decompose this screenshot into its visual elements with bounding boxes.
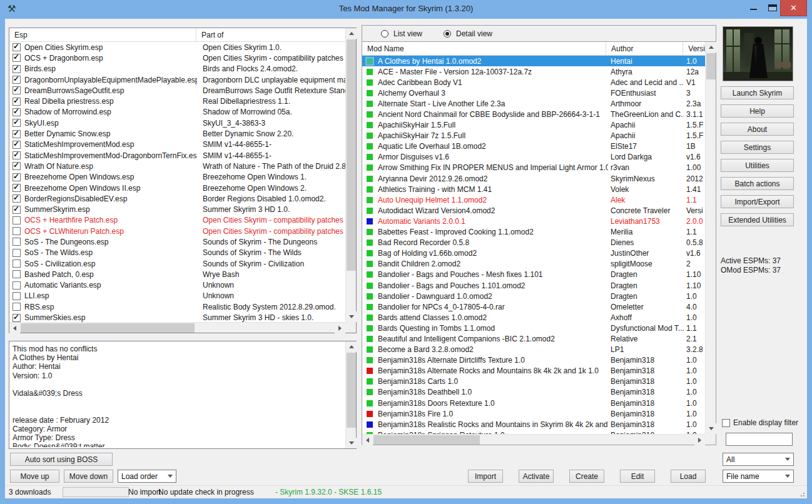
esp-row[interactable]: Automatic Variants.esp Unknown <box>9 280 345 291</box>
esp-hscroll-thumb[interactable] <box>21 323 195 333</box>
esp-checkbox[interactable] <box>13 162 21 170</box>
mod-row[interactable]: Adec Caribbean Body V1 Adec and Lecid an… <box>362 77 705 88</box>
resize-grip[interactable] <box>798 490 804 496</box>
esp-checkbox[interactable] <box>13 270 21 278</box>
esp-row[interactable]: SoS - Civilization.esp Sounds of Skyrim … <box>9 258 345 269</box>
author-column-header[interactable]: Author <box>606 42 683 55</box>
help-button[interactable]: Help <box>721 104 794 118</box>
mod-row[interactable]: Auto Unequip Helmet 1.1.omod2 Alek 1.1 <box>362 194 705 205</box>
esp-checkbox[interactable] <box>13 303 21 311</box>
mod-row[interactable]: Benjamin318s Spriggan Retexture 1.0 Benj… <box>362 430 705 434</box>
mod-row[interactable]: Bad Record Recorder 0.5.8 Dienes 0.5.8 <box>362 238 705 248</box>
esp-row[interactable]: OCS + CLWhiterun Patch.esp Open Cities S… <box>9 226 345 236</box>
esp-row[interactable]: Breezehome Open Windows II.esp Breezehom… <box>9 183 345 193</box>
esp-checkbox[interactable] <box>13 249 21 257</box>
esp-row[interactable]: SummerSkyrim.esp Summer Skyrim 3 HD 1.0. <box>9 204 345 214</box>
mod-row[interactable]: Alternate Start - Live Another Life 2.3a… <box>362 98 705 109</box>
import-button[interactable]: Import <box>468 470 503 483</box>
esp-checkbox[interactable] <box>13 76 21 84</box>
mod-row[interactable]: Bandolier - Bags and Pouches - Mesh fixe… <box>362 270 705 280</box>
mod-row[interactable]: Benjamin318s Deathbell 1.0 Benjamin318 1… <box>362 387 705 398</box>
esp-checkbox[interactable] <box>13 173 21 181</box>
load-button[interactable]: Load <box>671 470 706 483</box>
esp-row[interactable]: BorderRegionsDisabledEV.esp Border Regio… <box>9 193 345 204</box>
mod-row[interactable]: Bards Questing in Tombs 1.1.omod Dysfunc… <box>362 323 705 333</box>
esp-checkbox[interactable] <box>13 151 21 159</box>
version-column-header[interactable]: Versi <box>683 42 705 55</box>
mod-row[interactable]: Bandolier - Dawnguard 1.0.omod2 Dragten … <box>362 291 705 301</box>
esp-row[interactable]: Shadow of Morrowind.esp Shadow of Morrow… <box>9 107 345 118</box>
mod-row[interactable]: Benjamin318s Carts 1.0 Benjamin318 1.0 <box>362 376 705 387</box>
esp-row[interactable]: SummerSkies.esp Summer Skyrim 3 HD - ski… <box>9 312 345 322</box>
esp-checkbox[interactable] <box>13 281 21 290</box>
mod-vertical-scrollbar[interactable] <box>705 42 716 434</box>
esp-row[interactable]: Bashed Patch, 0.esp Wrye Bash <box>9 269 345 280</box>
esp-checkbox[interactable] <box>13 86 21 94</box>
esp-checkbox[interactable] <box>13 314 21 322</box>
minimize-button[interactable] <box>744 0 762 15</box>
esp-checkbox[interactable] <box>13 206 21 214</box>
activate-button[interactable]: Activate <box>519 470 554 483</box>
esp-row[interactable]: Open Cities Skyrim.esp Open Cities Skyri… <box>9 42 345 53</box>
esp-checkbox[interactable] <box>13 141 21 149</box>
esp-row[interactable]: StaticMeshImprovementMod-DragonbornTernF… <box>9 150 345 161</box>
batch-actions-button[interactable]: Batch actions <box>721 177 794 190</box>
mod-row[interactable]: Bag of Holding v1.66b.omod2 JustinOther … <box>362 248 705 259</box>
mod-horizontal-scrollbar[interactable] <box>362 434 705 445</box>
esp-row[interactable]: Wrath Of Nature.esp Wrath of Nature - Th… <box>9 161 345 171</box>
auto-sort-boss-button[interactable]: Auto sort using BOSS <box>10 453 113 466</box>
esp-row[interactable]: DreamBurrowsSageOutfit.esp DreamBurrows … <box>9 85 345 96</box>
esp-row[interactable]: Birds.esp Birds and Flocks 2.4.omod2. <box>9 64 345 74</box>
esp-vertical-scrollbar[interactable] <box>345 28 356 322</box>
esp-horizontal-scrollbar[interactable] <box>9 322 345 333</box>
mod-row[interactable]: Beautiful and Intelligent Companions -BI… <box>362 333 705 344</box>
esp-checkbox[interactable] <box>13 184 21 192</box>
enable-display-filter-checkbox[interactable] <box>722 419 730 427</box>
esp-checkbox[interactable] <box>13 108 21 116</box>
filter-field-dropdown[interactable]: File name <box>723 470 794 483</box>
esp-checkbox[interactable] <box>13 194 21 203</box>
import-export-button[interactable]: Import/Export <box>721 195 794 208</box>
mod-row[interactable]: Benjamin318s Doors Retexture 1.0 Benjami… <box>362 398 705 408</box>
mod-row[interactable]: Bandit Children 2.omod2 spligitMoose 2 <box>362 259 705 270</box>
esp-checkbox[interactable] <box>13 54 21 62</box>
launch-skyrim-button[interactable]: Launch Skyrim <box>721 86 794 99</box>
esp-checkbox[interactable] <box>13 43 21 51</box>
esp-checkbox[interactable] <box>13 130 21 138</box>
utilities-button[interactable]: Utilities <box>721 159 794 172</box>
esp-row[interactable]: OCS + Dragonborn.esp Open Cities Skyrim … <box>9 53 345 63</box>
part-of-column-header[interactable]: Part of <box>196 28 345 41</box>
extended-utilities-button[interactable]: Extended Utilities <box>721 213 794 226</box>
esp-row[interactable]: Breezehome Open Windows.esp Breezehome O… <box>9 172 345 183</box>
mod-row[interactable]: Armor Disguises v1.6 Lord Darkga v1.6 <box>362 152 705 163</box>
display-filter-input[interactable] <box>726 433 793 446</box>
mod-row[interactable]: Aryianna Devir 2012.9.26.omod2 SkyrimNex… <box>362 173 705 184</box>
mod-row[interactable]: Bandolier for NPCs 4_0-17805-4-0.rar Ome… <box>362 301 705 312</box>
mod-row[interactable]: Benjamin318s Fire 1.0 Benjamin318 1.0 <box>362 408 705 419</box>
esp-checkbox[interactable] <box>13 65 21 73</box>
list-view-radio[interactable] <box>381 30 388 38</box>
mod-row[interactable]: A Clothes by Hentai 1.0.omod2 Hentai 1.0 <box>362 56 705 66</box>
mod-row[interactable]: Bandolier - Bags and Pouches 1.101.omod2… <box>362 280 705 291</box>
mod-row[interactable]: Ancient Nord Chainmail for CBBE Bodyslid… <box>362 109 705 119</box>
esp-checkbox[interactable] <box>13 238 21 246</box>
about-button[interactable]: About <box>721 123 794 136</box>
esp-checkbox[interactable] <box>13 98 21 106</box>
mod-vscroll-thumb[interactable] <box>706 53 716 79</box>
mod-row[interactable]: Benjamin318s Realistic Rocks and Mountai… <box>362 419 705 430</box>
description-scroll-thumb[interactable] <box>347 353 356 428</box>
close-button[interactable]: ✕ <box>780 0 807 16</box>
esp-row[interactable]: SoS - The Dungeons.esp Sounds of Skyrim … <box>9 236 345 247</box>
mod-row[interactable]: Automatic Variants 2.0.0.1 Leviathan1753… <box>362 216 705 226</box>
esp-row[interactable]: RBS.esp Realistic Body System 2012.8.29.… <box>9 301 345 312</box>
esp-row[interactable]: StaticMeshImprovementMod.esp SMIM v1-44-… <box>9 139 345 150</box>
esp-column-header[interactable]: Esp <box>9 28 196 41</box>
mod-row[interactable]: Benjamin318s Alternate Rocks and Mountai… <box>362 366 705 376</box>
mod-row[interactable]: Athletics Training - with MCM 1.41 Volek… <box>362 184 705 194</box>
mod-row[interactable]: ApachiiSkyHair 1.5.Full Apachii 1.5.F <box>362 120 705 131</box>
create-button[interactable]: Create <box>569 470 604 483</box>
mod-row[interactable]: Bards attend Classes 1.0.omod2 Axhoff 1.… <box>362 312 705 323</box>
esp-row[interactable]: LLI.esp Unknown <box>9 291 345 301</box>
mod-row[interactable]: Become a Bard 3.2.8.omod2 LP1 3.2.8 <box>362 345 705 355</box>
esp-row[interactable]: Real Dibella priestress.esp Real Dibella… <box>9 96 345 106</box>
